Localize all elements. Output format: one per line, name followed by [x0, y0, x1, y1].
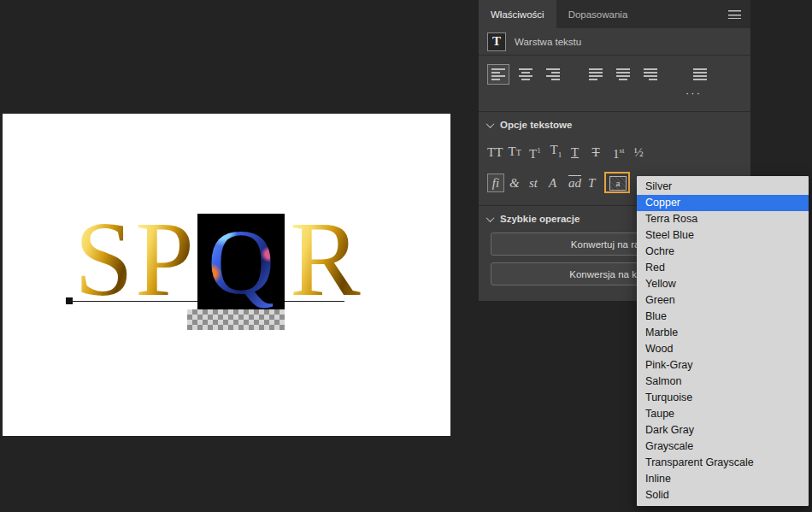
text-options-header[interactable]: Opcje tekstowe — [479, 112, 750, 135]
palette-option-red[interactable]: Red — [637, 260, 809, 276]
palette-option-yellow[interactable]: Yellow — [637, 276, 809, 292]
fractions-button[interactable]: ½ — [634, 141, 656, 163]
palette-option-silver[interactable]: Silver — [637, 179, 809, 195]
justify-last-left-icon — [589, 68, 603, 80]
superscript-button[interactable]: T1 — [529, 139, 550, 165]
palette-option-marble[interactable]: Marble — [637, 325, 809, 341]
discretionary-ligatures-button[interactable]: st — [529, 173, 549, 193]
document-canvas[interactable]: S P Q R — [3, 114, 450, 436]
panel-tab-bar: Właściwości Dopasowania — [479, 0, 750, 28]
panel-menu-icon[interactable] — [728, 10, 741, 19]
subscript-button[interactable]: T1 — [550, 138, 572, 166]
font-palettes-wrap: a — [609, 176, 627, 191]
canvas-letter-q: Q — [197, 214, 285, 310]
paragraph-align-section: ··· — [479, 56, 750, 112]
palette-option-copper[interactable]: Copper — [637, 195, 809, 211]
underline-button[interactable]: T — [571, 141, 592, 163]
justify-last-center-button[interactable] — [612, 64, 634, 85]
align-center-button[interactable] — [515, 64, 537, 85]
highlight-outline — [604, 172, 630, 193]
canvas-letter-r: R — [290, 207, 361, 313]
justify-last-center-icon — [616, 68, 630, 80]
chevron-down-icon — [486, 120, 495, 128]
palette-option-green[interactable]: Green — [637, 292, 809, 309]
palette-option-turquoise[interactable]: Turquoise — [637, 390, 809, 406]
tab-adjustments[interactable]: Dopasowania — [556, 0, 640, 28]
layer-type-row: T Warstwa tekstu — [479, 28, 750, 56]
align-right-button[interactable] — [542, 64, 564, 85]
small-caps-button[interactable]: TT — [509, 140, 530, 164]
palette-dropdown-menu: Silver Copper Terra Rosa Steel Blue Ochr… — [637, 176, 809, 506]
palette-option-grayscale[interactable]: Grayscale — [637, 438, 809, 455]
palette-option-inline[interactable]: Inline — [637, 471, 809, 487]
all-caps-button[interactable]: TT — [487, 141, 509, 163]
chevron-down-icon — [486, 214, 495, 222]
align-center-icon — [519, 68, 533, 80]
type-layer-icon: T — [487, 32, 506, 51]
text-options-title: Opcje tekstowe — [500, 120, 572, 130]
canvas-letter-s: S — [74, 207, 133, 313]
palette-option-wood[interactable]: Wood — [637, 341, 809, 357]
palette-option-transparent-grayscale[interactable]: Transparent Grayscale — [637, 455, 809, 471]
layer-type-label: Warstwa tekstu — [515, 37, 581, 47]
more-options-button[interactable]: ··· — [685, 86, 702, 99]
palette-option-pink-gray[interactable]: Pink-Gray — [637, 357, 809, 374]
align-left-icon — [491, 68, 505, 80]
justify-last-right-button[interactable] — [639, 64, 662, 85]
align-right-icon — [546, 68, 560, 80]
canvas-letter-p: P — [135, 207, 194, 313]
ordinals-button[interactable]: 1st — [613, 139, 634, 165]
justify-all-icon — [693, 68, 707, 80]
palette-option-solid[interactable]: Solid — [637, 487, 809, 503]
justify-all-button[interactable] — [689, 64, 711, 85]
stylistic-alternates-button[interactable]: ad — [568, 173, 588, 193]
swash-button[interactable]: A — [549, 173, 568, 193]
strikethrough-button[interactable]: T — [592, 141, 614, 163]
justify-last-right-icon — [644, 68, 657, 80]
standard-ligatures-button[interactable]: fi — [487, 174, 504, 192]
palette-option-salmon[interactable]: Salmon — [637, 374, 809, 390]
type-case-row: TT TT T1 T1 T T 1st ½ — [479, 135, 750, 166]
palette-option-taupe[interactable]: Taupe — [637, 406, 809, 422]
palette-option-ochre[interactable]: Ochre — [637, 244, 809, 260]
palette-option-steel-blue[interactable]: Steel Blue — [637, 227, 809, 244]
contextual-alternates-button[interactable]: & — [509, 173, 529, 193]
glyph-background-square: Q — [197, 214, 285, 310]
palette-option-dark-gray[interactable]: Dark Gray — [637, 422, 809, 438]
palette-option-terra-rosa[interactable]: Terra Rosa — [637, 211, 809, 227]
palette-option-blue[interactable]: Blue — [637, 309, 809, 325]
justify-last-left-button[interactable] — [585, 64, 607, 85]
align-left-button[interactable] — [487, 64, 509, 85]
quick-actions-title: Szybkie operacje — [500, 214, 580, 224]
transparency-checker-strip — [187, 309, 285, 330]
tab-properties[interactable]: Właściwości — [479, 0, 556, 28]
